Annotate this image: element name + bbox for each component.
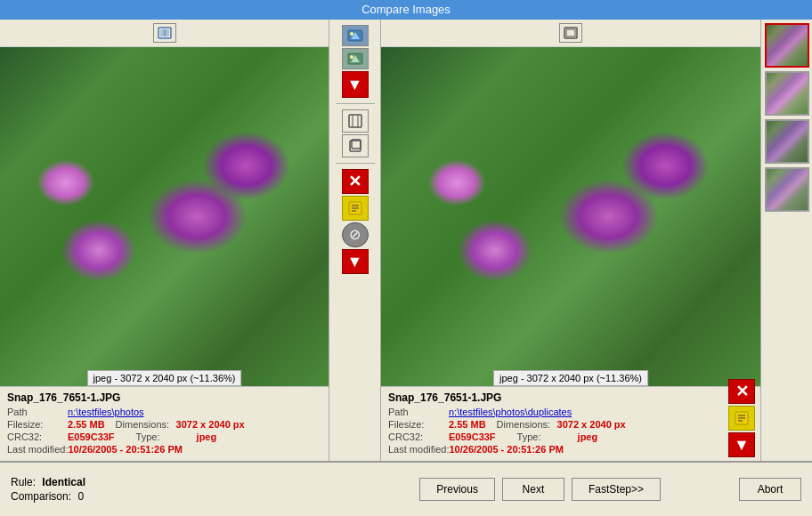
- right-lastmod-value: 10/26/2005 - 20:51:26 PM: [449, 444, 563, 455]
- left-delete-btn[interactable]: ✕: [342, 169, 369, 194]
- right-maximize-icon[interactable]: [559, 23, 582, 43]
- left-filesize-label: Filesize:: [7, 419, 68, 430]
- svg-rect-19: [566, 29, 575, 36]
- abort-button[interactable]: Abort: [739, 478, 801, 501]
- left-path-value[interactable]: n:\testfiles\photos: [68, 407, 144, 417]
- left-filesize-value: 2.55 MB: [68, 419, 105, 430]
- right-action-buttons: ✕ ▼: [727, 375, 757, 461]
- right-column: jpeg - 3072 x 2040 px (~11.36%) Snap_176…: [381, 20, 760, 461]
- right-crc32-value: E059C33F: [449, 431, 496, 442]
- right-filesize-value: 2.55 MB: [449, 419, 486, 430]
- faststep-button[interactable]: FastStep>>: [572, 478, 661, 501]
- rule-label: Rule:: [11, 476, 36, 488]
- svg-point-5: [350, 32, 353, 36]
- window-title: Compare Images: [361, 3, 451, 16]
- move-to-right-btn[interactable]: ▼: [342, 71, 369, 98]
- right-crc32-label: CRC32:: [388, 431, 449, 442]
- left-type-value: jpeg: [197, 431, 217, 442]
- right-dimensions-label: Dimensions:: [497, 419, 557, 430]
- title-bar: Compare Images: [0, 0, 812, 20]
- rule-value: Identical: [42, 476, 85, 488]
- thumbnail-4[interactable]: [765, 167, 809, 212]
- left-image-info: jpeg - 3072 x 2040 px (~11.36%): [87, 370, 242, 386]
- left-image-select-btn[interactable]: [342, 25, 369, 46]
- right-path-label: Path: [388, 407, 449, 417]
- right-type-label: Type:: [517, 431, 578, 442]
- thumbnail-1[interactable]: [765, 23, 809, 68]
- right-dimensions-value: 3072 x 2040 px: [557, 419, 626, 430]
- thumbnail-3[interactable]: [765, 119, 809, 164]
- previous-button[interactable]: Previous: [419, 478, 495, 501]
- left-ignore-btn[interactable]: ⊘: [342, 222, 369, 247]
- right-filesize-label: Filesize:: [388, 419, 449, 430]
- left-column: jpeg - 3072 x 2040 px (~11.36%) Snap_176…: [0, 20, 329, 461]
- left-type-label: Type:: [136, 431, 197, 442]
- left-dimensions-value: 3072 x 2040 px: [176, 419, 245, 430]
- left-scroll-icon[interactable]: [153, 23, 176, 43]
- right-type-value: jpeg: [578, 431, 598, 442]
- left-lastmod-value: 10/26/2005 - 20:51:26 PM: [68, 444, 182, 455]
- right-filename: Snap_176_7651-1.JPG: [388, 391, 753, 404]
- left-path-label: Path: [7, 407, 68, 417]
- right-image-info: jpeg - 3072 x 2040 px (~11.36%): [493, 370, 648, 386]
- svg-rect-9: [349, 115, 361, 127]
- maximize-view-btn[interactable]: [342, 134, 369, 157]
- thumbnail-2[interactable]: [765, 71, 809, 116]
- right-delete-btn[interactable]: ✕: [728, 379, 755, 404]
- comparison-value: 0: [77, 490, 84, 503]
- left-filename: Snap_176_7651-1.JPG: [7, 391, 321, 404]
- left-crc32-label: CRC32:: [7, 431, 68, 442]
- right-move-down-btn[interactable]: ▼: [728, 432, 755, 457]
- comparison-label: Comparison:: [11, 490, 71, 503]
- left-dimensions-label: Dimensions:: [116, 419, 176, 430]
- left-crc32-value: E059C33F: [68, 431, 115, 442]
- middle-column: ▼ ✕: [329, 20, 381, 461]
- left-lastmod-label: Last modified:: [7, 444, 68, 455]
- left-move-btn[interactable]: ▼: [342, 249, 369, 274]
- svg-point-8: [350, 55, 353, 59]
- left-note-btn[interactable]: [342, 196, 369, 221]
- thumbnail-panel: [760, 20, 812, 461]
- right-lastmod-label: Last modified:: [388, 444, 449, 455]
- right-note-btn[interactable]: [728, 406, 755, 431]
- scroll-sync-btn[interactable]: [342, 109, 369, 133]
- right-path-value[interactable]: n:\testfiles\photos\duplicates: [449, 407, 572, 417]
- next-button[interactable]: Next: [502, 478, 564, 501]
- right-image-select-btn[interactable]: [342, 48, 369, 69]
